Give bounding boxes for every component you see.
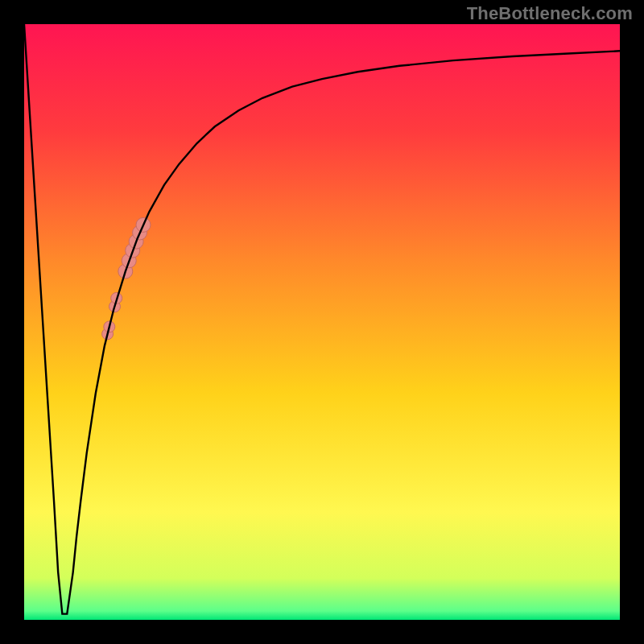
gradient-background bbox=[24, 24, 620, 620]
bottleneck-chart bbox=[0, 0, 644, 644]
chart-frame: TheBottleneck.com bbox=[0, 0, 644, 644]
